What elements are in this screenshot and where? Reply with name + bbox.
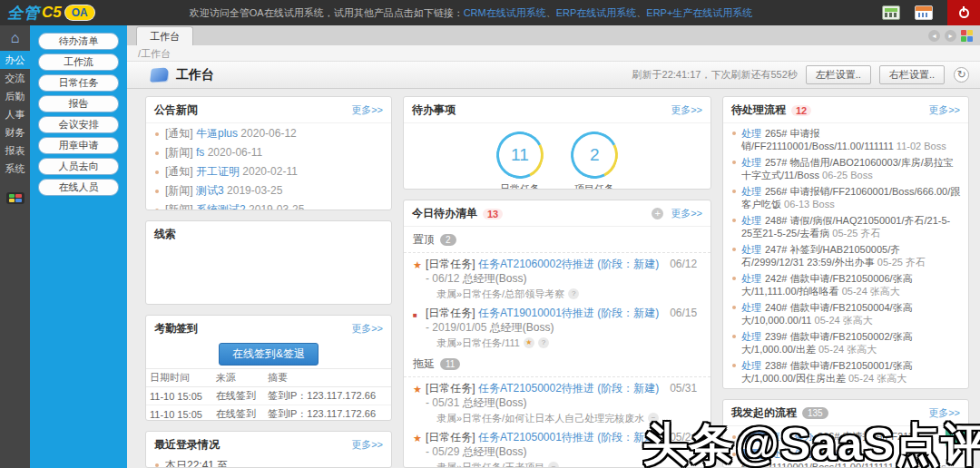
- topbar-link-2[interactable]: ERP在线试用系统: [556, 7, 637, 18]
- attendance-panel-title: 考勤签到: [154, 321, 198, 336]
- tab-list-icon[interactable]: [961, 30, 973, 42]
- stat-value: 11: [511, 145, 529, 165]
- flow-date-user: 05-25 齐石: [832, 228, 880, 239]
- attendance-row[interactable]: 11-10 15:05在线签到签到IP：123.117.172.66: [146, 405, 391, 422]
- news-title-link[interactable]: 测试3: [196, 184, 224, 197]
- todo-task-link[interactable]: 任务AT21050002待推进: [478, 382, 594, 395]
- login-time-line: 本日22:41 至: [146, 454, 391, 468]
- news-date: 2019-03-25: [224, 184, 283, 197]
- news-title-link[interactable]: 牛逼plus: [196, 127, 238, 140]
- flow-text: 256# 申请报销/FF21060001/Boss/666.00/跟客户吃饭: [741, 186, 960, 210]
- right-column-settings-button[interactable]: 右栏设置..: [879, 65, 945, 84]
- todo-stats-more-link[interactable]: 更多>>: [671, 103, 702, 117]
- news-more-link[interactable]: 更多>>: [351, 103, 383, 117]
- flow-date-user: 11-02 Boss: [897, 141, 946, 151]
- todo-stat-日常任务[interactable]: 11日常任务: [496, 132, 544, 190]
- pending-flow-item[interactable]: 处理265# 申请报销/FF21110001/Boss/11.00/111111…: [723, 125, 968, 154]
- add-todo-icon[interactable]: +: [652, 208, 663, 219]
- tab-workbench[interactable]: 工作台: [136, 26, 193, 45]
- tab-scroll-left-icon[interactable]: ◂: [928, 30, 940, 42]
- star-icon[interactable]: ★: [524, 337, 534, 348]
- flow-handle-link[interactable]: 处理: [741, 128, 761, 139]
- todo-item[interactable]: ★[日常任务] 任务AT21060002待推进 (阶段：新建) 06/12 - …: [404, 253, 710, 302]
- rail-item-办公[interactable]: 办公: [0, 51, 30, 69]
- help-icon[interactable]: ?: [568, 288, 579, 299]
- rail-item-后勤[interactable]: 后勤: [0, 87, 30, 105]
- calendar-icon[interactable]: [915, 5, 933, 20]
- menu-item-工作流[interactable]: 工作流: [38, 54, 119, 71]
- logout-power-button[interactable]: [947, 0, 980, 25]
- help-icon[interactable]: ?: [538, 337, 549, 348]
- login-panel-title: 最近登录情况: [154, 437, 220, 453]
- minus-icon[interactable]: −: [548, 462, 559, 467]
- news-item[interactable]: [通知] 开工证明 2020-02-11: [146, 163, 391, 180]
- attendance-row[interactable]: 11-10 15:05在线签到签到IP：123.117.172.66: [146, 387, 391, 405]
- star-bullet-icon: ★: [413, 382, 422, 396]
- stat-circle: 2: [564, 125, 624, 185]
- todo-stats-panel: 待办事项 更多>> 11日常任务2项目任务: [403, 96, 711, 190]
- pending-flow-item[interactable]: 处理247# 补签到/HAB21050005/齐石/2999/12/31 23:…: [723, 241, 968, 270]
- tab-scroll-right-icon[interactable]: ▸: [945, 30, 956, 42]
- flow-handle-link[interactable]: 处理: [741, 273, 761, 284]
- todo-category: [日常任务]: [426, 382, 478, 395]
- rail-item-财务[interactable]: 财务: [0, 123, 30, 141]
- flow-handle-link[interactable]: 处理: [741, 157, 761, 168]
- pending-flow-item[interactable]: 处理248# 请假/病假/HAQ21050001/齐石/21-5-25至21-5…: [723, 212, 968, 241]
- pending-flow-item[interactable]: 处理236# 开机 05-24 Boss: [723, 386, 968, 388]
- topbar-link-1[interactable]: CRM在线试用系统: [464, 7, 546, 18]
- module-rail: ⌂ 办公交流后勤人事财务报表系统: [0, 25, 30, 468]
- menu-item-报告[interactable]: 报告: [38, 95, 119, 112]
- login-more-link[interactable]: 更多>>: [351, 438, 383, 452]
- news-item[interactable]: [新闻] 测试3 2019-03-25: [146, 182, 391, 200]
- rail-item-人事[interactable]: 人事: [0, 105, 30, 123]
- rail-item-系统[interactable]: 系统: [0, 160, 30, 178]
- news-title-link[interactable]: 系统测试2: [196, 203, 246, 210]
- flow-handle-link[interactable]: 处理: [741, 360, 761, 371]
- news-item[interactable]: [通知] 牛逼plus 2020-06-12: [146, 125, 391, 142]
- topbar-link-3[interactable]: ERP+生产在线试用系统: [646, 7, 752, 18]
- todo-item[interactable]: ■[日常任务] 任务AT19010001待推进 (阶段：新建) 06/15 - …: [404, 302, 710, 351]
- app-logo[interactable]: 全管C5OA: [7, 3, 94, 24]
- attendance-more-link[interactable]: 更多>>: [351, 322, 383, 336]
- todo-task-link[interactable]: 任务AT21060002待推进: [478, 258, 594, 270]
- pending-flow-item[interactable]: 处理239# 借款申请/FB21050002/张高大/1,000.00/出差 0…: [723, 328, 968, 357]
- news-item[interactable]: [新闻] fs 2020-06-11: [146, 144, 391, 161]
- flow-handle-link[interactable]: 处理: [741, 331, 761, 342]
- todo-task-link[interactable]: 任务AT19010001待推进: [478, 307, 594, 319]
- rail-item-报表[interactable]: 报表: [0, 141, 30, 160]
- todo-task-link[interactable]: 任务AT21050001待推进: [478, 431, 594, 444]
- todo-section-count: 11: [440, 358, 460, 370]
- pending-flows-more-link[interactable]: 更多>>: [928, 103, 960, 117]
- refresh-icon[interactable]: ↻: [954, 67, 969, 83]
- menu-item-用章申请[interactable]: 用章申请: [38, 137, 119, 154]
- flow-handle-link[interactable]: 处理: [741, 244, 761, 255]
- pending-flow-item[interactable]: 处理240# 借款申请/FB21050004/张高大/10,000.00/11 …: [723, 299, 968, 328]
- menu-item-日常任务[interactable]: 日常任务: [38, 74, 119, 92]
- rail-item-交流[interactable]: 交流: [0, 69, 30, 87]
- news-title-link[interactable]: 开工证明: [196, 165, 240, 178]
- flow-handle-link[interactable]: 处理: [741, 215, 761, 226]
- menu-item-人员去向[interactable]: 人员去向: [38, 158, 119, 175]
- flow-handle-link[interactable]: 处理: [741, 302, 761, 313]
- calculator-icon[interactable]: [882, 5, 900, 20]
- news-title-link[interactable]: fs: [196, 146, 204, 159]
- pending-flow-item[interactable]: 处理238# 借款申请/FB21050001/张高大/1,000.00/因住房出…: [723, 357, 968, 386]
- todo-stat-项目任务[interactable]: 2项目任务: [571, 132, 618, 190]
- today-more-link[interactable]: 更多>>: [671, 207, 702, 220]
- pending-flow-item[interactable]: 处理242# 借款申请/FB21050006/张高大/11,111.00/拍咯咯…: [723, 270, 968, 299]
- news-item[interactable]: [新闻] 系统测试2 2019-03-25: [146, 201, 391, 210]
- pending-flow-item[interactable]: 处理257# 物品借用/ABO21060003/库房/易拉宝 十字立式/11/B…: [723, 154, 968, 183]
- flow-handle-link[interactable]: 处理: [741, 186, 761, 197]
- checkin-checkout-button[interactable]: 在线签到&签退: [219, 343, 318, 366]
- menu-item-会议安排[interactable]: 会议安排: [38, 116, 119, 133]
- home-icon[interactable]: ⌂: [0, 25, 30, 51]
- pending-flow-item[interactable]: 处理256# 申请报销/FF21060001/Boss/666.00/跟客户吃饭…: [723, 183, 968, 212]
- todo-stage: (阶段：新建): [594, 382, 659, 395]
- news-date: 2020-02-11: [240, 165, 298, 178]
- menu-item-待办清单[interactable]: 待办清单: [38, 33, 119, 50]
- menu-item-在线人员[interactable]: 在线人员: [38, 179, 119, 196]
- gadget-icon[interactable]: [6, 192, 24, 204]
- left-column-settings-button[interactable]: 左栏设置..: [806, 65, 871, 84]
- logo-oa-badge: OA: [65, 5, 94, 20]
- today-count-badge: 13: [483, 209, 503, 219]
